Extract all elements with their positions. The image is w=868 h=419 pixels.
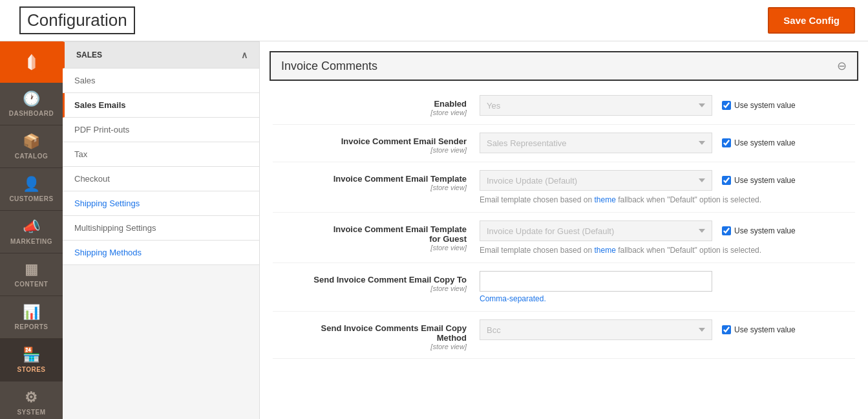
sidebar-item-label: STORES (17, 366, 46, 373)
sidebar-logo[interactable] (0, 41, 63, 83)
comma-hint: Comma-separated. (480, 294, 855, 303)
use-system-checkbox-enabled[interactable] (722, 101, 731, 110)
label-email-template-guest: Invoice Comment Email Templatefor Guest … (273, 220, 480, 252)
enabled-select[interactable]: Yes No (480, 95, 712, 116)
input-area-enabled: Yes No Use system value (480, 95, 855, 116)
reports-icon: 📊 (23, 304, 41, 321)
email-template-hint: Email template chosen based on theme fal… (480, 195, 855, 204)
copy-to-input[interactable] (480, 271, 712, 292)
use-system-checkbox-email-sender[interactable] (722, 138, 731, 147)
config-row-email-template-guest: Invoice Comment Email Templatefor Guest … (273, 213, 855, 263)
use-system-value-copy-method: Use system value (722, 325, 796, 334)
use-system-value-email-template-guest: Use system value (722, 226, 796, 235)
label-copy-method: Send Invoice Comments Email CopyMethod [… (273, 319, 480, 350)
chevron-up-icon: ∧ (241, 50, 248, 60)
config-row-email-sender: Invoice Comment Email Sender [store view… (273, 125, 855, 162)
content-area: SALES ∧ Sales Sales Emails PDF Print-out… (63, 41, 868, 419)
marketing-icon: 📣 (23, 219, 41, 235)
sidebar-item-label: CATALOG (15, 153, 48, 160)
use-system-checkbox-email-template-guest[interactable] (722, 226, 731, 235)
label-enabled: Enabled [store view] (273, 95, 480, 116)
copy-method-select[interactable]: Bcc Separate Email (480, 319, 712, 340)
email-template-select[interactable]: Invoice Update (Default) (480, 170, 712, 191)
config-panel: Invoice Comments ⊖ Enabled [store view] … (260, 41, 868, 419)
input-area-email-template-guest: Invoice Update for Guest (Default) Use s… (480, 220, 855, 255)
email-template-guest-hint: Email template chosen based on theme fal… (480, 246, 855, 255)
left-nav-item-multishipping-settings[interactable]: Multishipping Settings (63, 216, 259, 241)
sidebar: 🕐 DASHBOARD 📦 CATALOG 👤 CUSTOMERS 📣 MARK… (0, 41, 63, 419)
use-system-checkbox-copy-method[interactable] (722, 325, 731, 334)
config-row-copy-method: Send Invoice Comments Email CopyMethod [… (273, 312, 855, 359)
sidebar-item-catalog[interactable]: 📦 CATALOG (0, 125, 63, 168)
input-area-email-sender: Sales Representative General Contact Cus… (480, 133, 855, 153)
use-system-value-email-sender: Use system value (722, 138, 796, 147)
sales-section-header[interactable]: SALES ∧ (63, 41, 259, 69)
left-nav-item-tax[interactable]: Tax (63, 142, 259, 167)
config-body: Enabled [store view] Yes No Use system v… (260, 81, 868, 372)
email-template-guest-select[interactable]: Invoice Update for Guest (Default) (480, 220, 712, 241)
sidebar-item-label: REPORTS (15, 323, 48, 330)
sidebar-item-reports[interactable]: 📊 REPORTS (0, 296, 63, 339)
page-title: Configuration (19, 6, 135, 34)
sidebar-item-system[interactable]: ⚙ SYSTEM (0, 381, 63, 419)
sidebar-item-content[interactable]: ▦ CONTENT (0, 253, 63, 296)
label-email-sender: Invoice Comment Email Sender [store view… (273, 133, 480, 154)
main-layout: 🕐 DASHBOARD 📦 CATALOG 👤 CUSTOMERS 📣 MARK… (0, 41, 868, 419)
save-config-button[interactable]: Save Config (768, 7, 855, 34)
left-nav-item-sales-emails[interactable]: Sales Emails (63, 93, 259, 118)
sidebar-item-customers[interactable]: 👤 CUSTOMERS (0, 168, 63, 211)
sidebar-item-label: CONTENT (15, 281, 48, 288)
sidebar-item-stores[interactable]: 🏪 STORES (0, 339, 63, 381)
use-system-checkbox-email-template[interactable] (722, 176, 731, 185)
left-nav-item-sales[interactable]: Sales (63, 69, 259, 93)
sidebar-item-label: MARKETING (10, 238, 52, 245)
stores-icon: 🏪 (23, 347, 41, 363)
config-section-title: Invoice Comments (281, 59, 377, 73)
system-icon: ⚙ (25, 389, 38, 406)
left-nav-item-shipping-methods[interactable]: Shipping Methods (63, 241, 259, 265)
use-system-value-enabled: Use system value (722, 101, 796, 110)
email-sender-select[interactable]: Sales Representative General Contact Cus… (480, 133, 712, 153)
config-row-copy-to: Send Invoice Comment Email Copy To [stor… (273, 263, 855, 312)
input-area-copy-to: Comma-separated. (480, 271, 855, 303)
left-nav: SALES ∧ Sales Sales Emails PDF Print-out… (63, 41, 260, 419)
sales-section-label: SALES (76, 50, 102, 59)
catalog-icon: 📦 (23, 133, 41, 150)
label-copy-to: Send Invoice Comment Email Copy To [stor… (273, 271, 480, 292)
sidebar-item-dashboard[interactable]: 🕐 DASHBOARD (0, 83, 63, 125)
config-row-enabled: Enabled [store view] Yes No Use system v… (273, 87, 855, 125)
input-area-copy-method: Bcc Separate Email Use system value (480, 319, 855, 340)
use-system-value-email-template: Use system value (722, 176, 796, 185)
config-section-toggle[interactable]: ⊖ (837, 59, 847, 73)
sidebar-item-label: CUSTOMERS (9, 195, 53, 202)
top-header: Configuration Save Config (0, 0, 868, 41)
customers-icon: 👤 (23, 176, 41, 193)
input-area-email-template: Invoice Update (Default) Use system valu… (480, 170, 855, 204)
dashboard-icon: 🕐 (23, 91, 41, 107)
sidebar-item-label: DASHBOARD (9, 110, 54, 117)
left-nav-item-pdf-printouts[interactable]: PDF Print-outs (63, 118, 259, 142)
sidebar-item-marketing[interactable]: 📣 MARKETING (0, 211, 63, 253)
config-row-email-template: Invoice Comment Email Template [store vi… (273, 162, 855, 213)
sidebar-item-label: SYSTEM (17, 409, 45, 416)
content-icon: ▦ (25, 261, 39, 278)
left-nav-item-checkout[interactable]: Checkout (63, 167, 259, 191)
left-nav-item-shipping-settings[interactable]: Shipping Settings (63, 191, 259, 216)
label-email-template: Invoice Comment Email Template [store vi… (273, 170, 480, 191)
